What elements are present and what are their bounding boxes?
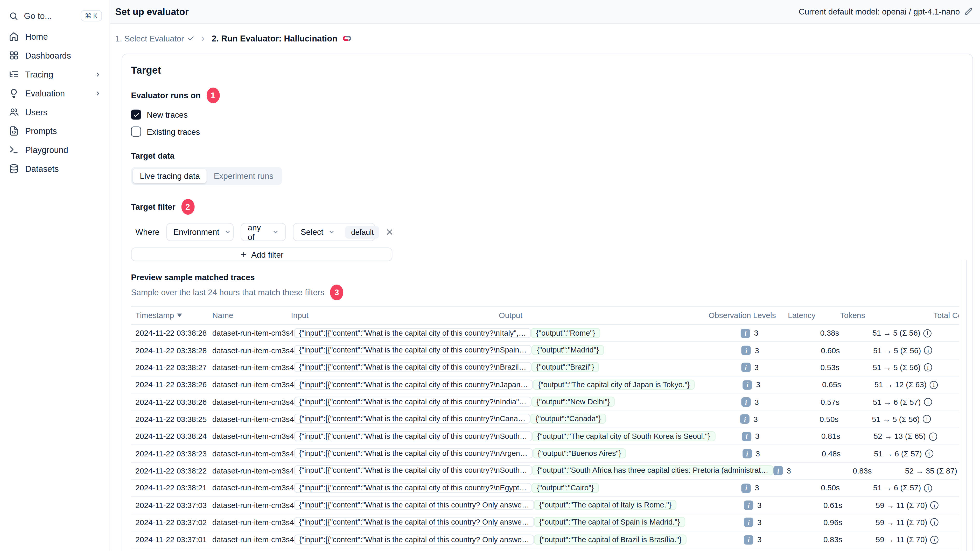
filter-operator-select[interactable]: any of bbox=[241, 223, 286, 241]
tab-live-tracing-data[interactable]: Live tracing data bbox=[133, 169, 207, 183]
cell-output: {"output":"Cairo"} bbox=[532, 482, 741, 494]
cell-name: dataset-run-item-cm3s4 bbox=[212, 432, 294, 441]
edit-pencil-icon[interactable] bbox=[964, 8, 972, 16]
info-circle-icon: i bbox=[931, 501, 939, 510]
filter-value-select[interactable]: Select default bbox=[293, 223, 375, 241]
col-input[interactable]: Input bbox=[291, 311, 499, 320]
chevron-right-icon bbox=[94, 90, 101, 97]
cell-timestamp: 2024-11-22 03:37:01 bbox=[135, 535, 212, 544]
cell-tokens: 59 → 11 (Σ 70)i bbox=[876, 518, 959, 527]
annotation-badge-2: 2 bbox=[181, 199, 194, 215]
cell-name: dataset-run-item-cm3s4 bbox=[212, 363, 294, 372]
sidebar-item-datasets[interactable]: Datasets bbox=[0, 159, 110, 178]
chevron-down-icon bbox=[224, 229, 232, 236]
table-row[interactable]: 2024-11-22 03:38:28 dataset-run-item-cm3… bbox=[131, 325, 959, 342]
table-row[interactable]: 2024-11-22 03:38:21 dataset-run-item-cm3… bbox=[131, 480, 959, 497]
cell-tokens: 59 → 11 (Σ 70)i bbox=[876, 501, 959, 510]
file-code-icon bbox=[9, 126, 19, 136]
table-row[interactable]: 2024-11-22 03:38:26 dataset-run-item-cm3… bbox=[131, 376, 959, 394]
sidebar-item-home[interactable]: Home bbox=[0, 27, 110, 46]
table-row[interactable]: 2024-11-22 03:38:28 dataset-run-item-cm3… bbox=[131, 342, 959, 359]
sidebar-item-evaluation[interactable]: Evaluation bbox=[0, 84, 110, 103]
cell-tokens: 51 → 6 (Σ 57)i bbox=[873, 398, 959, 407]
table-row[interactable]: 2024-11-22 03:37:02 dataset-run-item-cm3… bbox=[131, 514, 959, 531]
col-observation-levels[interactable]: Observation Levels bbox=[708, 311, 788, 320]
table-row[interactable]: 2024-11-22 03:37:01 dataset-run-item-cm3… bbox=[131, 532, 959, 549]
cell-tokens: 51 → 5 (Σ 56)i bbox=[873, 346, 959, 355]
col-name[interactable]: Name bbox=[212, 311, 291, 320]
col-latency[interactable]: Latency bbox=[788, 311, 840, 320]
main-area: Set up evaluator Current default model: … bbox=[110, 0, 980, 551]
breadcrumb-step-1[interactable]: 1. Select Evaluator bbox=[115, 34, 195, 43]
col-timestamp[interactable]: Timestamp bbox=[135, 311, 212, 320]
cell-input: {"input":[{"content":"What is the capita… bbox=[294, 345, 532, 356]
cell-observation-levels: i3 bbox=[773, 466, 853, 476]
col-output[interactable]: Output bbox=[499, 311, 708, 320]
sidebar-item-prompts[interactable]: Prompts bbox=[0, 122, 110, 140]
cell-observation-levels: i3 bbox=[742, 432, 821, 441]
cell-tokens: 51 → 5 (Σ 56)i bbox=[872, 415, 959, 424]
grid-icon bbox=[9, 50, 19, 60]
page-header: Set up evaluator Current default model: … bbox=[110, 0, 980, 24]
info-emoji-icon: i bbox=[741, 329, 750, 338]
cell-observation-levels: i3 bbox=[741, 329, 820, 338]
traces-table: Timestamp Name Input Output Observation … bbox=[131, 306, 959, 549]
checkbox-new-traces[interactable]: New traces bbox=[131, 109, 964, 120]
table-row[interactable]: 2024-11-22 03:38:24 dataset-run-item-cm3… bbox=[131, 428, 959, 445]
checkbox-unchecked-icon[interactable] bbox=[131, 127, 141, 137]
runs-on-label: Evaluator runs on 1 bbox=[131, 87, 964, 103]
checkbox-checked-icon[interactable] bbox=[131, 110, 141, 120]
cell-output: {"output":"The capital of Italy is Rome.… bbox=[535, 499, 744, 511]
table-row[interactable]: 2024-11-22 03:38:27 dataset-run-item-cm3… bbox=[131, 359, 959, 376]
sidebar-item-dashboards[interactable]: Dashboards bbox=[0, 46, 110, 65]
terminal-icon bbox=[9, 145, 19, 155]
users-icon bbox=[9, 107, 19, 117]
cell-tokens: 52 → 35 (Σ 87)i bbox=[905, 467, 959, 475]
info-circle-icon: i bbox=[923, 415, 931, 424]
sidebar-item-playground[interactable]: Playground bbox=[0, 140, 110, 159]
table-row[interactable]: 2024-11-22 03:38:25 dataset-run-item-cm3… bbox=[131, 411, 959, 428]
remove-filter-button[interactable] bbox=[382, 225, 396, 239]
info-emoji-icon: i bbox=[742, 432, 751, 441]
info-circle-icon: i bbox=[931, 518, 939, 527]
cell-timestamp: 2024-11-22 03:37:03 bbox=[135, 501, 212, 510]
shortcut-badge: ⌘ K bbox=[80, 10, 102, 22]
cell-observation-levels: i3 bbox=[741, 483, 821, 493]
tab-experiment-runs[interactable]: Experiment runs bbox=[207, 169, 280, 183]
table-row[interactable]: 2024-11-22 03:38:23 dataset-run-item-cm3… bbox=[131, 446, 959, 463]
col-tokens[interactable]: Tokens bbox=[840, 311, 934, 320]
sidebar-item-label: Dashboards bbox=[25, 51, 71, 60]
filter-column-select[interactable]: Environment bbox=[167, 223, 234, 241]
cell-output: {"output":"Rome"} bbox=[531, 327, 741, 339]
cell-latency: 0.81s bbox=[821, 432, 874, 441]
sort-desc-icon bbox=[177, 314, 182, 318]
info-emoji-icon: i bbox=[741, 363, 750, 372]
table-row[interactable]: 2024-11-22 03:38:26 dataset-run-item-cm3… bbox=[131, 394, 959, 411]
cell-latency: 0.38s bbox=[820, 329, 873, 338]
sidebar-item-users[interactable]: Users bbox=[0, 103, 110, 122]
cell-timestamp: 2024-11-22 03:38:25 bbox=[135, 415, 212, 424]
add-filter-button[interactable]: Add filter bbox=[131, 248, 392, 261]
goto-label: Go to... bbox=[24, 11, 52, 21]
cell-observation-levels: i3 bbox=[741, 346, 821, 355]
sidebar-item-label: Playground bbox=[25, 145, 68, 154]
cell-observation-levels: i3 bbox=[744, 535, 823, 544]
goto-search[interactable]: Go to... ⌘ K bbox=[9, 8, 102, 23]
sidebar-item-tracing[interactable]: Tracing bbox=[0, 65, 110, 84]
table-row[interactable]: 2024-11-22 03:38:22 dataset-run-item-cm3… bbox=[131, 463, 959, 480]
database-icon bbox=[9, 164, 19, 174]
target-data-tabs: Live tracing data Experiment runs bbox=[131, 167, 282, 185]
cell-latency: 0.96s bbox=[823, 518, 876, 527]
checkbox-existing-traces[interactable]: Existing traces bbox=[131, 126, 964, 137]
col-total-cost[interactable]: Total Cost bbox=[933, 311, 959, 320]
sidebar-item-label: Users bbox=[25, 107, 48, 117]
table-scrollbar[interactable] bbox=[962, 260, 967, 551]
knot-icon bbox=[342, 33, 352, 44]
cell-input: {"input":[{"content":"What is the capita… bbox=[294, 448, 533, 459]
chevron-right-icon bbox=[200, 35, 207, 42]
table-row[interactable]: 2024-11-22 03:37:03 dataset-run-item-cm3… bbox=[131, 497, 959, 514]
cell-input: {"input":[{"content":"What is the capita… bbox=[294, 516, 535, 529]
cell-timestamp: 2024-11-22 03:38:26 bbox=[135, 398, 212, 407]
annotation-badge-1: 1 bbox=[206, 87, 220, 103]
info-emoji-icon: i bbox=[744, 501, 753, 510]
